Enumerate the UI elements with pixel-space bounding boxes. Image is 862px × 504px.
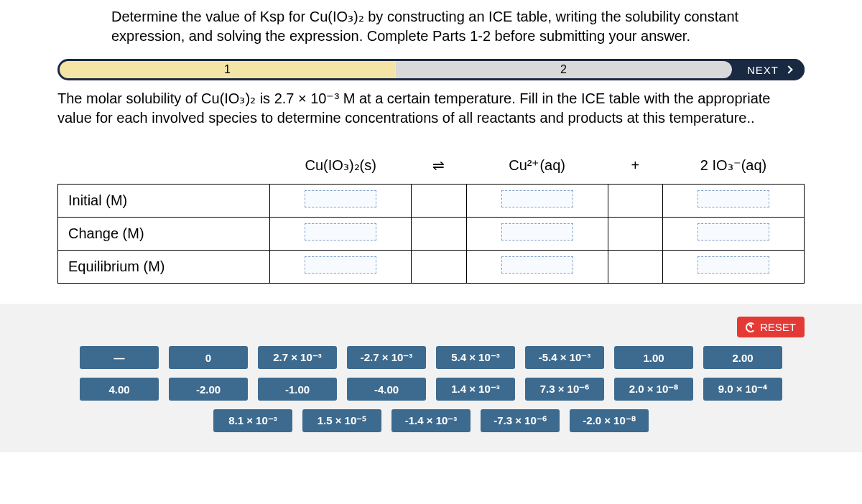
header-product-cu: Cu²⁺(aq) xyxy=(466,151,608,185)
next-label: NEXT xyxy=(747,64,779,76)
tile-row-3: 8.1 × 10⁻³ 1.5 × 10⁻⁵ -1.4 × 10⁻³ -7.3 ×… xyxy=(213,409,649,432)
drop-initial-col1[interactable] xyxy=(305,190,376,207)
row-equilibrium-label: Equilibrium (M) xyxy=(58,251,270,284)
tile[interactable]: 2.0 × 10⁻⁸ xyxy=(614,378,693,401)
step-1[interactable]: 1 xyxy=(60,61,396,78)
tile[interactable]: 1.4 × 10⁻³ xyxy=(436,378,515,401)
next-button[interactable]: NEXT xyxy=(734,59,805,80)
drop-eq-col3[interactable] xyxy=(698,256,769,274)
ice-table-wrap: Cu(IO₃)₂(s) ⇌ Cu²⁺(aq) + 2 IO₃⁻(aq) Init… xyxy=(0,136,862,291)
step-2[interactable]: 2 xyxy=(396,61,732,78)
ice-table: Cu(IO₃)₂(s) ⇌ Cu²⁺(aq) + 2 IO₃⁻(aq) Init… xyxy=(57,151,805,284)
drop-initial-col2[interactable] xyxy=(501,190,573,207)
row-change-label: Change (M) xyxy=(58,218,270,251)
tile[interactable]: 7.3 × 10⁻⁶ xyxy=(525,378,604,401)
tile[interactable]: 0 xyxy=(169,346,248,369)
drop-change-col3[interactable] xyxy=(698,223,769,241)
row-initial-label: Initial (M) xyxy=(58,185,270,218)
step-1-label: 1 xyxy=(224,63,231,76)
tile[interactable]: 2.7 × 10⁻³ xyxy=(258,346,337,369)
drop-initial-col3[interactable] xyxy=(698,190,769,207)
header-reactant: Cu(IO₃)₂(s) xyxy=(270,151,412,185)
tile[interactable]: 2.00 xyxy=(703,346,782,369)
tile[interactable]: -1.4 × 10⁻³ xyxy=(391,409,471,432)
progress-bar: 1 2 NEXT xyxy=(57,59,805,80)
tile[interactable]: -1.00 xyxy=(258,378,337,401)
tile[interactable]: -7.3 × 10⁻⁶ xyxy=(481,409,560,432)
drop-eq-col1[interactable] xyxy=(305,256,376,274)
tile[interactable]: -2.0 × 10⁻⁸ xyxy=(570,409,649,432)
header-plus: + xyxy=(608,151,663,185)
step-instructions: The molar solubility of Cu(IO₃)₂ is 2.7 … xyxy=(0,86,862,136)
undo-icon xyxy=(746,322,756,332)
row-equilibrium: Equilibrium (M) xyxy=(58,251,805,284)
tile-row-2: 4.00 -2.00 -1.00 -4.00 1.4 × 10⁻³ 7.3 × … xyxy=(80,378,782,401)
tile[interactable]: -2.00 xyxy=(169,378,248,401)
tile[interactable]: 5.4 × 10⁻³ xyxy=(436,346,515,369)
tile[interactable]: 1.5 × 10⁻⁵ xyxy=(302,409,381,432)
tile-row-1: — 0 2.7 × 10⁻³ -2.7 × 10⁻³ 5.4 × 10⁻³ -5… xyxy=(80,346,782,369)
tile[interactable]: 8.1 × 10⁻³ xyxy=(213,409,292,432)
chevron-right-icon xyxy=(784,65,792,73)
tile[interactable]: 1.00 xyxy=(614,346,693,369)
row-initial: Initial (M) xyxy=(58,185,805,218)
drop-change-col2[interactable] xyxy=(501,223,573,241)
step-2-label: 2 xyxy=(560,63,567,76)
reset-label: RESET xyxy=(760,321,796,333)
header-equilibrium-arrows: ⇌ xyxy=(412,151,467,185)
answer-tiles-area: RESET — 0 2.7 × 10⁻³ -2.7 × 10⁻³ 5.4 × 1… xyxy=(0,304,862,452)
main-instructions: Determine the value of Ksp for Cu(IO₃)₂ … xyxy=(0,0,862,59)
tile[interactable]: — xyxy=(80,346,159,369)
header-product-io3: 2 IO₃⁻(aq) xyxy=(663,151,805,185)
drop-eq-col2[interactable] xyxy=(501,256,573,274)
tile[interactable]: 9.0 × 10⁻⁴ xyxy=(703,378,782,401)
reset-button[interactable]: RESET xyxy=(737,317,805,337)
drop-change-col1[interactable] xyxy=(305,223,376,241)
tile[interactable]: -4.00 xyxy=(347,378,426,401)
row-change: Change (M) xyxy=(58,218,805,251)
tile[interactable]: 4.00 xyxy=(80,378,159,401)
tile[interactable]: -2.7 × 10⁻³ xyxy=(347,346,426,369)
tile[interactable]: -5.4 × 10⁻³ xyxy=(525,346,604,369)
